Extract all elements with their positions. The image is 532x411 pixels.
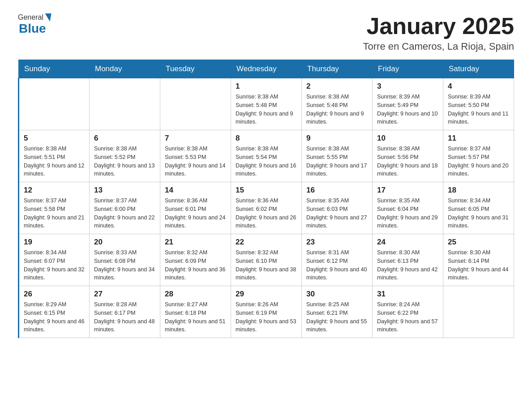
- day-number: 18: [448, 186, 509, 195]
- calendar-day-2: 2Sunrise: 8:38 AMSunset: 5:48 PMDaylight…: [302, 78, 373, 130]
- day-info: Sunrise: 8:35 AMSunset: 6:03 PMDaylight:…: [306, 197, 368, 230]
- day-info: Sunrise: 8:30 AMSunset: 6:13 PMDaylight:…: [377, 248, 438, 282]
- calendar-day-10: 10Sunrise: 8:38 AMSunset: 5:56 PMDayligh…: [373, 130, 443, 182]
- calendar-empty-cell: [19, 78, 90, 130]
- calendar-header-sunday: Sunday: [19, 60, 90, 78]
- day-number: 14: [165, 186, 226, 195]
- location-title: Torre en Cameros, La Rioja, Spain: [363, 41, 515, 52]
- logo-blue-text: Blue: [19, 21, 46, 36]
- day-info: Sunrise: 8:30 AMSunset: 6:14 PMDaylight:…: [448, 248, 509, 282]
- calendar-day-1: 1Sunrise: 8:38 AMSunset: 5:48 PMDaylight…: [231, 78, 302, 130]
- calendar-week-row: 1Sunrise: 8:38 AMSunset: 5:48 PMDaylight…: [19, 78, 514, 130]
- day-number: 6: [94, 134, 155, 143]
- calendar-day-13: 13Sunrise: 8:37 AMSunset: 6:00 PMDayligh…: [90, 182, 160, 234]
- day-info: Sunrise: 8:28 AMSunset: 6:17 PMDaylight:…: [94, 300, 155, 334]
- calendar-header-row: SundayMondayTuesdayWednesdayThursdayFrid…: [19, 60, 514, 78]
- day-info: Sunrise: 8:38 AMSunset: 5:54 PMDaylight:…: [236, 145, 297, 178]
- day-number: 1: [236, 82, 297, 91]
- calendar-day-30: 30Sunrise: 8:25 AMSunset: 6:21 PMDayligh…: [302, 286, 373, 338]
- day-info: Sunrise: 8:33 AMSunset: 6:08 PMDaylight:…: [94, 248, 155, 282]
- day-number: 29: [236, 290, 297, 299]
- day-info: Sunrise: 8:38 AMSunset: 5:53 PMDaylight:…: [165, 145, 226, 178]
- calendar-day-8: 8Sunrise: 8:38 AMSunset: 5:54 PMDaylight…: [231, 130, 302, 182]
- day-number: 5: [24, 134, 85, 143]
- day-number: 15: [236, 186, 297, 195]
- day-info: Sunrise: 8:27 AMSunset: 6:18 PMDaylight:…: [165, 300, 226, 334]
- day-info: Sunrise: 8:38 AMSunset: 5:55 PMDaylight:…: [306, 145, 368, 178]
- calendar-header-friday: Friday: [373, 60, 443, 78]
- day-number: 17: [377, 186, 438, 195]
- calendar-empty-cell: [160, 78, 231, 130]
- calendar-day-11: 11Sunrise: 8:37 AMSunset: 5:57 PMDayligh…: [443, 130, 514, 182]
- calendar-day-23: 23Sunrise: 8:31 AMSunset: 6:12 PMDayligh…: [302, 234, 373, 286]
- title-block: January 2025 Torre en Cameros, La Rioja,…: [363, 13, 515, 52]
- day-number: 19: [24, 238, 85, 247]
- calendar-day-31: 31Sunrise: 8:24 AMSunset: 6:22 PMDayligh…: [373, 286, 443, 338]
- day-number: 28: [165, 290, 226, 299]
- day-number: 3: [377, 82, 438, 91]
- day-info: Sunrise: 8:24 AMSunset: 6:22 PMDaylight:…: [377, 300, 438, 334]
- calendar-header-thursday: Thursday: [302, 60, 373, 78]
- day-number: 31: [377, 290, 438, 299]
- calendar-day-6: 6Sunrise: 8:38 AMSunset: 5:52 PMDaylight…: [90, 130, 160, 182]
- day-number: 9: [306, 134, 368, 143]
- calendar-day-19: 19Sunrise: 8:34 AMSunset: 6:07 PMDayligh…: [19, 234, 90, 286]
- calendar-day-27: 27Sunrise: 8:28 AMSunset: 6:17 PMDayligh…: [90, 286, 160, 338]
- day-info: Sunrise: 8:36 AMSunset: 6:01 PMDaylight:…: [165, 197, 226, 230]
- day-number: 4: [448, 82, 509, 91]
- calendar-day-5: 5Sunrise: 8:38 AMSunset: 5:51 PMDaylight…: [19, 130, 90, 182]
- day-info: Sunrise: 8:38 AMSunset: 5:51 PMDaylight:…: [24, 145, 85, 178]
- calendar-day-22: 22Sunrise: 8:32 AMSunset: 6:10 PMDayligh…: [231, 234, 302, 286]
- calendar-day-7: 7Sunrise: 8:38 AMSunset: 5:53 PMDaylight…: [160, 130, 231, 182]
- calendar-table: SundayMondayTuesdayWednesdayThursdayFrid…: [18, 60, 514, 338]
- calendar-week-row: 5Sunrise: 8:38 AMSunset: 5:51 PMDaylight…: [19, 130, 514, 182]
- logo: General Blue: [18, 13, 51, 36]
- day-number: 13: [94, 186, 155, 195]
- day-number: 12: [24, 186, 85, 195]
- calendar-week-row: 12Sunrise: 8:37 AMSunset: 5:58 PMDayligh…: [19, 182, 514, 234]
- day-info: Sunrise: 8:38 AMSunset: 5:48 PMDaylight:…: [306, 93, 368, 126]
- calendar-day-3: 3Sunrise: 8:39 AMSunset: 5:49 PMDaylight…: [373, 78, 443, 130]
- day-number: 20: [94, 238, 155, 247]
- calendar-day-26: 26Sunrise: 8:29 AMSunset: 6:15 PMDayligh…: [19, 286, 90, 338]
- day-info: Sunrise: 8:38 AMSunset: 5:52 PMDaylight:…: [94, 145, 155, 178]
- calendar-day-12: 12Sunrise: 8:37 AMSunset: 5:58 PMDayligh…: [19, 182, 90, 234]
- day-number: 27: [94, 290, 155, 299]
- day-info: Sunrise: 8:26 AMSunset: 6:19 PMDaylight:…: [236, 300, 297, 334]
- calendar-day-25: 25Sunrise: 8:30 AMSunset: 6:14 PMDayligh…: [443, 234, 514, 286]
- day-info: Sunrise: 8:35 AMSunset: 6:04 PMDaylight:…: [377, 197, 438, 230]
- day-number: 23: [306, 238, 368, 247]
- calendar-day-29: 29Sunrise: 8:26 AMSunset: 6:19 PMDayligh…: [231, 286, 302, 338]
- calendar-day-4: 4Sunrise: 8:39 AMSunset: 5:50 PMDaylight…: [443, 78, 514, 130]
- calendar-empty-cell: [443, 286, 514, 338]
- calendar-day-21: 21Sunrise: 8:32 AMSunset: 6:09 PMDayligh…: [160, 234, 231, 286]
- calendar-day-9: 9Sunrise: 8:38 AMSunset: 5:55 PMDaylight…: [302, 130, 373, 182]
- calendar-day-17: 17Sunrise: 8:35 AMSunset: 6:04 PMDayligh…: [373, 182, 443, 234]
- day-number: 21: [165, 238, 226, 247]
- day-info: Sunrise: 8:37 AMSunset: 5:58 PMDaylight:…: [24, 197, 85, 230]
- day-info: Sunrise: 8:32 AMSunset: 6:09 PMDaylight:…: [165, 248, 226, 282]
- calendar-day-18: 18Sunrise: 8:34 AMSunset: 6:05 PMDayligh…: [443, 182, 514, 234]
- day-number: 7: [165, 134, 226, 143]
- day-number: 16: [306, 186, 368, 195]
- day-number: 2: [306, 82, 368, 91]
- day-number: 8: [236, 134, 297, 143]
- calendar-day-20: 20Sunrise: 8:33 AMSunset: 6:08 PMDayligh…: [90, 234, 160, 286]
- calendar-header-saturday: Saturday: [443, 60, 514, 78]
- day-number: 25: [448, 238, 509, 247]
- calendar-day-28: 28Sunrise: 8:27 AMSunset: 6:18 PMDayligh…: [160, 286, 231, 338]
- calendar-week-row: 26Sunrise: 8:29 AMSunset: 6:15 PMDayligh…: [19, 286, 514, 338]
- day-info: Sunrise: 8:31 AMSunset: 6:12 PMDaylight:…: [306, 248, 368, 282]
- day-info: Sunrise: 8:32 AMSunset: 6:10 PMDaylight:…: [236, 248, 297, 282]
- calendar-day-15: 15Sunrise: 8:36 AMSunset: 6:02 PMDayligh…: [231, 182, 302, 234]
- day-info: Sunrise: 8:38 AMSunset: 5:56 PMDaylight:…: [377, 145, 438, 178]
- page-header: General Blue January 2025 Torre en Camer…: [18, 13, 514, 52]
- calendar-day-16: 16Sunrise: 8:35 AMSunset: 6:03 PMDayligh…: [302, 182, 373, 234]
- day-info: Sunrise: 8:34 AMSunset: 6:07 PMDaylight:…: [24, 248, 85, 282]
- day-number: 30: [306, 290, 368, 299]
- calendar-day-24: 24Sunrise: 8:30 AMSunset: 6:13 PMDayligh…: [373, 234, 443, 286]
- calendar-week-row: 19Sunrise: 8:34 AMSunset: 6:07 PMDayligh…: [19, 234, 514, 286]
- day-number: 26: [24, 290, 85, 299]
- day-info: Sunrise: 8:29 AMSunset: 6:15 PMDaylight:…: [24, 300, 85, 334]
- logo-arrow-icon: [43, 13, 51, 21]
